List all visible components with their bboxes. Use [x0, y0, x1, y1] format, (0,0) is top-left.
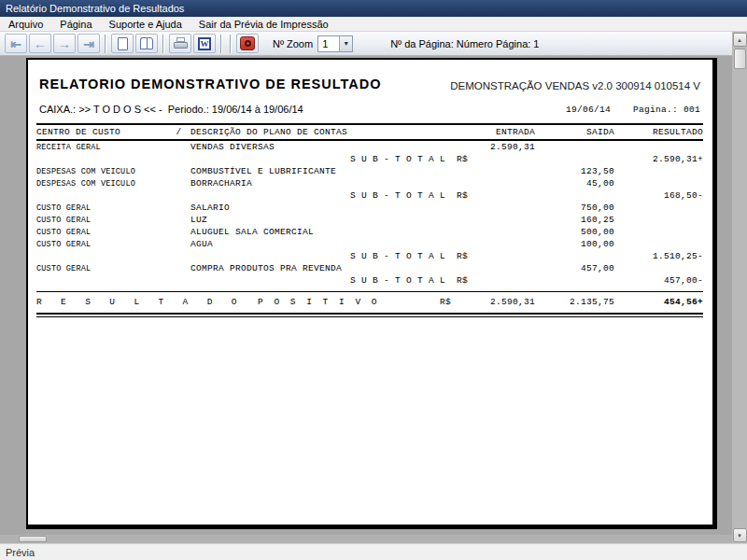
preview-region: ⇤ ← → ⇥ — [0, 32, 747, 543]
table-row: CUSTO GERALALUGUEL SALA COMERCIAL500,00 — [36, 226, 703, 238]
cell-centro-de-custo: CUSTO GERAL — [36, 264, 167, 273]
cell-descricao: LUZ — [190, 215, 456, 225]
horizontal-scrollbar-thumb[interactable] — [19, 536, 47, 542]
cell-centro-de-custo: CUSTO GERAL — [36, 216, 167, 225]
table-row: CUSTO GERALCOMPRA PRODUTOS PRA REVENDA45… — [36, 262, 703, 274]
table-rule — [36, 291, 703, 292]
subtotal-label: S U B - T O T A L R$ — [36, 251, 535, 261]
subtotal-value: 168,50- — [614, 190, 703, 201]
next-page-icon: → — [58, 37, 71, 50]
system-version-info: DEMONSTRAÇÃO VENDAS v2.0 300914 010514 V — [450, 80, 700, 91]
first-page-icon: ⇤ — [10, 37, 21, 50]
cell-entrada: 2.590,31 — [456, 142, 535, 152]
cell-saida: 160,25 — [535, 215, 614, 225]
cell-descricao: AGUA — [190, 239, 456, 249]
last-page-button[interactable]: ⇥ — [78, 34, 100, 53]
report-filter-line: CAIXA.: >> T O D O S << - Periodo.: 19/0… — [39, 104, 303, 115]
result-status: P O S I T I V O — [258, 297, 380, 307]
cell-saida: 500,00 — [535, 227, 614, 237]
report-title: RELATORIO DEMONSTRATIVO DE RESULTADO — [39, 77, 382, 91]
toolbar-separator — [220, 35, 222, 53]
chevron-down-icon[interactable]: ▼ — [339, 36, 352, 51]
table-row: CUSTO GERALAGUA100,00 — [36, 238, 703, 250]
header-slash: / — [167, 127, 190, 137]
two-page-view-button[interactable] — [135, 34, 158, 53]
table-row: RECEITA GERALVENDAS DIVERSAS2.590,31 — [36, 141, 703, 153]
subtotal-value: 2.590,31+ — [614, 154, 703, 164]
cell-saida: 100,00 — [535, 239, 614, 249]
menu-sair-da-previa[interactable]: Sair da Prévia de Impressão — [190, 17, 337, 31]
subtotal-label: S U B - T O T A L R$ — [36, 154, 535, 164]
previous-page-button[interactable]: ← — [29, 34, 51, 53]
menu-bar: Arquivo Página Suporte e Ajuda Sair da P… — [0, 17, 747, 32]
application-window: Relatório Demonstrativo de Resultados Ar… — [0, 0, 747, 560]
scroll-up-icon[interactable]: ▲ — [733, 33, 747, 47]
result-saida-total: 2.135,75 — [570, 297, 614, 307]
word-icon: W — [198, 37, 211, 50]
window-title: Relatório Demonstrativo de Resultados — [6, 3, 184, 14]
report-table-body: RECEITA GERALVENDAS DIVERSAS2.590,31S U … — [36, 141, 703, 287]
report-page: RELATORIO DEMONSTRATIVO DE RESULTADO DEM… — [26, 58, 717, 529]
header-descricao: DESCRIÇÃO DO PLANO DE CONTAS — [190, 127, 456, 137]
horizontal-scrollbar[interactable] — [0, 535, 732, 543]
cell-descricao: VENDAS DIVERSAS — [190, 142, 456, 152]
preview-area: RELATORIO DEMONSTRATIVO DE RESULTADO DEM… — [0, 56, 732, 535]
menu-suporte-e-ajuda[interactable]: Suporte e Ajuda — [101, 17, 190, 31]
cell-centro-de-custo: CUSTO GERAL — [36, 228, 167, 237]
cell-centro-de-custo: CUSTO GERAL — [36, 240, 167, 249]
subtotal-value: 1.510,25- — [614, 251, 703, 261]
menu-arquivo[interactable]: Arquivo — [0, 17, 51, 31]
result-label: R E S U L T A D O — [36, 297, 240, 307]
printer-icon — [174, 37, 188, 49]
cell-saida: 750,00 — [535, 203, 614, 213]
cell-descricao: COMBUSTÍVEL E LUBRIFICANTE — [190, 166, 456, 176]
table-header-row: CENTRO DE CUSTO / DESCRIÇÃO DO PLANO DE … — [36, 125, 703, 139]
zoom-value: 1 — [318, 38, 339, 49]
title-bar[interactable]: Relatório Demonstrativo de Resultados — [0, 0, 747, 17]
header-resultado: RESULTADO — [614, 127, 703, 137]
book-icon — [140, 37, 153, 49]
menu-pagina[interactable]: Página — [51, 17, 100, 31]
toolbar-separator — [162, 35, 164, 53]
vertical-scrollbar[interactable]: ▲ ▼ — [732, 32, 747, 543]
cell-saida: 457,00 — [535, 263, 614, 273]
subtotal-row: S U B - T O T A L R$457,00- — [36, 274, 703, 287]
single-page-icon — [118, 37, 128, 50]
vertical-scrollbar-thumb[interactable] — [734, 49, 746, 69]
cell-descricao: ALUGUEL SALA COMERCIAL — [190, 227, 456, 237]
scroll-down-icon[interactable]: ▼ — [733, 528, 747, 542]
status-text: Prévia — [6, 547, 35, 558]
cell-centro-de-custo: CUSTO GERAL — [36, 203, 167, 213]
zoom-label: Nº Zoom — [273, 38, 313, 49]
next-page-button[interactable]: → — [53, 34, 76, 53]
subtotal-row: S U B - T O T A L R$2.590,31+ — [36, 153, 703, 165]
cell-saida: 123,50 — [535, 166, 614, 176]
zoom-dropdown[interactable]: 1 ▼ — [317, 35, 353, 52]
export-word-button[interactable]: W — [193, 34, 216, 53]
report-table: CENTRO DE CUSTO / DESCRIÇÃO DO PLANO DE … — [36, 123, 703, 317]
cell-descricao: COMPRA PRODUTOS PRA REVENDA — [190, 263, 456, 273]
toolbar-separator — [230, 35, 232, 53]
result-final-value: 454,56+ — [664, 297, 703, 307]
subtotal-row: S U B - T O T A L R$1.510,25- — [36, 250, 703, 262]
cell-centro-de-custo: DESPESAS COM VEICULO — [36, 167, 167, 176]
header-entrada: ENTRADA — [456, 127, 535, 137]
cell-centro-de-custo: DESPESAS COM VEICULO — [36, 179, 167, 189]
single-page-view-button[interactable] — [111, 34, 134, 53]
cell-descricao: SALARIO — [190, 203, 456, 213]
subtotal-label: S U B - T O T A L R$ — [36, 275, 535, 286]
toolbar: ⇤ ← → ⇥ — [0, 32, 732, 56]
result-row: R E S U L T A D O P O S I T I V O R$ 2.5… — [36, 296, 703, 310]
report-date-page: 19/06/14 Pagina.: 001 — [566, 105, 700, 115]
header-centro-de-custo: CENTRO DE CUSTO — [36, 127, 167, 137]
first-page-button[interactable]: ⇤ — [5, 34, 27, 53]
print-button[interactable] — [169, 34, 191, 53]
exit-preview-button[interactable] — [236, 34, 259, 53]
cell-saida: 45,00 — [535, 178, 614, 189]
table-row: DESPESAS COM VEICULOBORRACHARIA45,00 — [36, 177, 703, 189]
cell-centro-de-custo: RECEITA GERAL — [36, 143, 167, 152]
subtotal-row: S U B - T O T A L R$168,50- — [36, 189, 703, 202]
table-row: CUSTO GERALSALARIO750,00 — [36, 202, 703, 214]
subtotal-value: 457,00- — [614, 275, 703, 286]
power-exit-icon — [240, 36, 255, 50]
